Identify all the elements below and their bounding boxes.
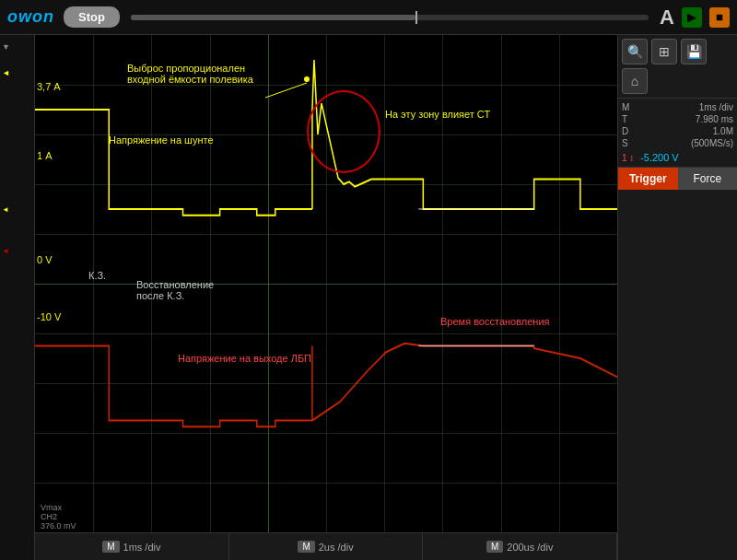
- trigger-value-display: 1 ↕ -5.200 V: [622, 152, 733, 163]
- progress-marker: [415, 11, 417, 24]
- right-panel: 🔍 ⊞ 💾 ⌂ M 1ms /div T 7.980 ms D 1.0M S (…: [617, 35, 737, 560]
- ch1-trigger-arrow: ◄: [2, 68, 10, 77]
- time-bar: M 1ms /div M 2us /div M 200us /div: [35, 532, 617, 560]
- top-right-controls: A ▶ ■: [660, 6, 730, 29]
- time-m-btn-1[interactable]: M: [102, 541, 119, 553]
- topbar: owon Stop A ▶ ■: [0, 0, 737, 35]
- play-button[interactable]: ▶: [682, 7, 702, 28]
- search-icon-btn[interactable]: 🔍: [622, 39, 648, 64]
- channel-a-label: A: [660, 6, 674, 29]
- axis-top: ▼: [2, 42, 10, 52]
- home-icon-btn[interactable]: ⌂: [622, 68, 648, 94]
- oscilloscope-screen: Выброс пропорционален входной ёмкости по…: [35, 35, 617, 532]
- ch1-zero-marker: ◄: [2, 205, 9, 214]
- force-button[interactable]: Force: [678, 168, 738, 190]
- time-m-btn-3[interactable]: M: [486, 541, 503, 553]
- measurement-area: M 1ms /div T 7.980 ms D 1.0M S (500MS/s)…: [618, 99, 737, 167]
- time-segment-2: M 2us /div: [229, 533, 424, 560]
- trigger-force-row: Trigger Force: [618, 167, 737, 190]
- meas-s: S (500MS/s): [622, 138, 733, 148]
- waveform-svg: [35, 35, 617, 532]
- meas-d: D 1.0M: [622, 126, 733, 136]
- owon-logo: owon: [7, 7, 54, 27]
- progress-fill: [131, 15, 415, 20]
- time-m-btn-2[interactable]: M: [298, 541, 314, 553]
- right-icon-row: 🔍 ⊞ 💾 ⌂: [618, 35, 737, 99]
- progress-bar: [131, 15, 649, 20]
- stop-button[interactable]: Stop: [64, 6, 120, 28]
- stop-icon-button[interactable]: ■: [709, 7, 730, 28]
- time-segment-1: M 1ms /div: [35, 533, 229, 560]
- trigger-button[interactable]: Trigger: [618, 168, 678, 190]
- meas-time-div: M 1ms /div: [622, 102, 733, 112]
- ch2-zero-marker: ◄: [2, 247, 9, 255]
- main-area: ▼ ◄ ◄ ◄: [0, 35, 737, 560]
- vmax-display: Vmax CH2 376.0 mV: [35, 501, 82, 532]
- oscilloscope-container: Выброс пропорционален входной ёмкости по…: [35, 35, 617, 560]
- left-axis: ▼ ◄ ◄ ◄: [0, 35, 35, 560]
- meas-t: T 7.980 ms: [622, 114, 733, 124]
- grid-icon-btn[interactable]: ⊞: [651, 39, 677, 64]
- save-icon-btn[interactable]: 💾: [681, 39, 707, 64]
- time-segment-3: M 200us /div: [423, 533, 617, 560]
